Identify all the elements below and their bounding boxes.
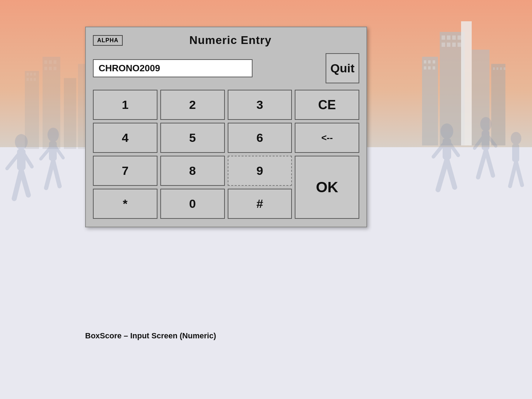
dialog-title: Numeric Entry	[130, 34, 331, 47]
key-ok-button[interactable]: OK	[295, 156, 359, 219]
key-8-button[interactable]: 8	[160, 156, 225, 186]
key-star-button[interactable]: *	[93, 189, 157, 219]
key-7-button[interactable]: 7	[93, 156, 157, 186]
input-row: Quit	[93, 53, 359, 83]
numeric-entry-dialog: ALPHA Numeric Entry Quit 1 2 3 CE 4 5 6 …	[85, 27, 367, 227]
entry-input[interactable]	[93, 59, 253, 77]
key-1-button[interactable]: 1	[93, 90, 157, 120]
key-0-button[interactable]: 0	[160, 189, 225, 219]
key-hash-button[interactable]: #	[228, 189, 292, 219]
key-2-button[interactable]: 2	[160, 90, 225, 120]
caption-text: BoxScore – Input Screen (Numeric)	[85, 331, 216, 340]
key-4-button[interactable]: 4	[93, 123, 157, 153]
key-back-button[interactable]: <--	[295, 123, 359, 153]
key-9-button[interactable]: 9	[228, 156, 292, 186]
keypad: 1 2 3 CE 4 5 6 <-- 7 8 9 OK * 0 #	[93, 90, 359, 219]
key-3-button[interactable]: 3	[228, 90, 292, 120]
key-6-button[interactable]: 6	[228, 123, 292, 153]
key-5-button[interactable]: 5	[160, 123, 225, 153]
alpha-button[interactable]: ALPHA	[93, 35, 123, 46]
quit-button[interactable]: Quit	[326, 53, 359, 83]
title-row: ALPHA Numeric Entry	[93, 34, 359, 47]
key-ce-button[interactable]: CE	[295, 90, 359, 120]
